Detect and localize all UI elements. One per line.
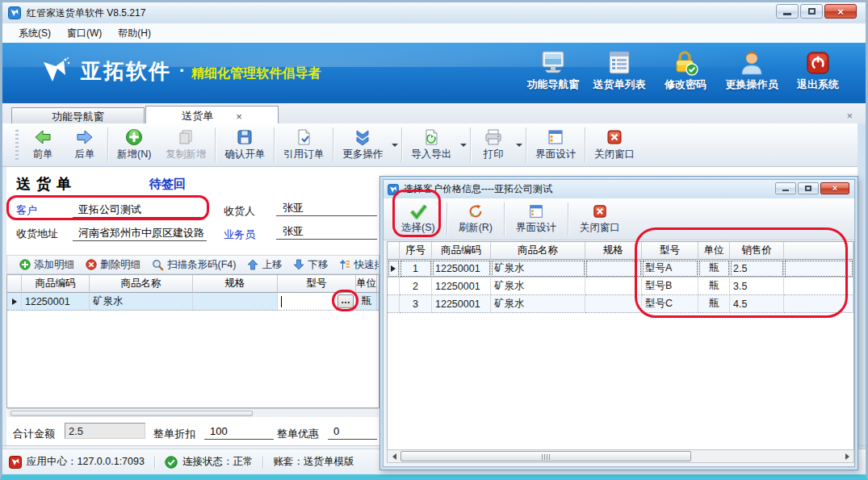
- menu-help[interactable]: 帮助(H): [110, 24, 159, 43]
- banner-action-nav[interactable]: 功能导航窗: [520, 48, 586, 98]
- more-actions-button[interactable]: 更多操作: [335, 127, 390, 163]
- banner-action-delivery-list[interactable]: 送货单列表: [586, 48, 652, 98]
- cell-model[interactable]: 型号B: [642, 278, 698, 295]
- reference-order-button[interactable]: 引用订单: [276, 123, 331, 166]
- column-header[interactable]: 商品编码: [432, 242, 491, 260]
- select-button[interactable]: 选择(S): [392, 198, 445, 240]
- menu-system[interactable]: 系统(S): [10, 24, 59, 43]
- cell-unit[interactable]: 瓶: [698, 295, 730, 313]
- column-header[interactable]: 规格: [585, 242, 642, 260]
- column-header[interactable]: 单位: [356, 275, 377, 293]
- column-header[interactable]: 商品名称: [491, 242, 585, 260]
- dialog-minimize-button[interactable]: [775, 182, 796, 194]
- banner-action-change-password[interactable]: 修改密码: [652, 48, 719, 98]
- cell-name[interactable]: 矿泉水: [90, 293, 193, 311]
- model-lookup-button[interactable]: …: [338, 294, 354, 308]
- column-header[interactable]: 销售价: [730, 242, 784, 260]
- new-button[interactable]: 新增(N): [110, 123, 158, 166]
- dialog-close-button[interactable]: ×: [820, 182, 849, 194]
- cell-seq[interactable]: 3: [400, 295, 432, 313]
- confirm-billing-button[interactable]: 确认开单: [217, 123, 272, 166]
- cell-unit[interactable]: 瓶: [356, 293, 377, 311]
- move-up-button[interactable]: 上移: [241, 258, 287, 272]
- refresh-button[interactable]: 刷新(R): [449, 198, 502, 240]
- import-export-dropdown-icon[interactable]: [460, 144, 467, 147]
- column-header[interactable]: 单位: [698, 242, 730, 260]
- cell-code[interactable]: 12250001: [432, 260, 491, 278]
- cell-spec[interactable]: [193, 293, 278, 311]
- more-actions-dropdown-icon[interactable]: [392, 144, 398, 147]
- delete-detail-button[interactable]: 删除明细: [80, 258, 146, 272]
- cell-spec[interactable]: [585, 260, 642, 278]
- cell-code[interactable]: 12250001: [22, 293, 90, 311]
- ui-design-button[interactable]: 界面设计: [506, 198, 566, 240]
- copy-new-button[interactable]: 复制新增: [158, 123, 213, 166]
- quick-sort-button[interactable]: 快速排序: [333, 258, 379, 272]
- maximize-button[interactable]: [800, 4, 823, 19]
- statusbar-separator: [262, 456, 263, 469]
- scan-barcode-button[interactable]: 扫描条形码(F4): [146, 258, 241, 272]
- scrollbar-thumb[interactable]: [10, 411, 253, 416]
- column-header[interactable]: 序号: [400, 242, 432, 260]
- cell-model[interactable]: 型号C: [642, 295, 698, 313]
- cell-model-editor[interactable]: …: [278, 293, 356, 311]
- cell-seq[interactable]: 1: [400, 260, 432, 278]
- cell-price[interactable]: 3.5: [730, 278, 784, 295]
- cell-spec[interactable]: [585, 295, 642, 313]
- detail-grid-hscrollbar[interactable]: [7, 408, 379, 417]
- menu-window[interactable]: 窗口(W): [59, 24, 110, 43]
- column-header[interactable]: 规格: [193, 275, 278, 293]
- detail-grid-row[interactable]: 12250001 矿泉水 … 瓶 1: [7, 293, 379, 311]
- cell-filler: [784, 295, 853, 313]
- print-dropdown-icon[interactable]: [516, 144, 522, 147]
- cell-model[interactable]: 型号A: [642, 260, 698, 278]
- scroll-right-icon[interactable]: [841, 450, 853, 462]
- cell-seq[interactable]: 2: [400, 278, 432, 295]
- close-window-button[interactable]: 关闭窗口: [587, 123, 642, 166]
- cell-name[interactable]: 矿泉水: [491, 295, 585, 313]
- price-row[interactable]: 1 12250001 矿泉水 型号A 瓶 2.5: [388, 260, 853, 278]
- toolbar-separator: [470, 127, 471, 162]
- prev-doc-button[interactable]: 前单: [22, 123, 64, 166]
- column-header[interactable]: 型号: [642, 242, 698, 260]
- price-row[interactable]: 2 12250001 矿泉水 型号B 瓶 3.5: [388, 278, 853, 295]
- close-window-button[interactable]: 关闭窗口: [570, 198, 630, 240]
- cell-code[interactable]: 12250001: [432, 295, 491, 313]
- cell-name[interactable]: 矿泉水: [491, 278, 585, 295]
- print-button[interactable]: 打印: [472, 127, 514, 163]
- brand-logo-icon: [39, 54, 73, 88]
- minimize-button[interactable]: [776, 4, 799, 19]
- user-icon: [739, 50, 765, 76]
- dialog-maximize-button[interactable]: [798, 182, 819, 194]
- next-doc-button[interactable]: 后单: [64, 123, 106, 166]
- connection-text: 连接状态：正常: [182, 455, 254, 469]
- detail-toolbar-label: 扫描条形码(F4): [167, 258, 236, 272]
- cell-unit[interactable]: 瓶: [698, 260, 730, 278]
- cell-spec[interactable]: [585, 278, 642, 295]
- add-detail-button[interactable]: 添加明细: [14, 258, 80, 272]
- tab-label: 送货单: [182, 109, 213, 123]
- column-header[interactable]: 商品编码: [22, 275, 90, 293]
- cell-code[interactable]: 12250001: [432, 278, 491, 295]
- column-header[interactable]: 型号: [278, 275, 356, 293]
- scroll-left-icon[interactable]: [388, 450, 400, 462]
- banner-action-switch-operator[interactable]: 更换操作员: [719, 48, 785, 98]
- row-indicator: [388, 260, 400, 278]
- cell-price[interactable]: 2.5: [730, 260, 784, 278]
- banner-action-exit[interactable]: 退出系统: [785, 48, 851, 98]
- cell-unit[interactable]: 瓶: [698, 278, 730, 295]
- close-button[interactable]: ×: [824, 4, 857, 19]
- tabstrip-close-icon[interactable]: ×: [846, 110, 853, 122]
- column-header[interactable]: 商品名称: [90, 275, 193, 293]
- offer-underline: [328, 424, 377, 440]
- import-export-button[interactable]: 导入导出: [404, 127, 459, 163]
- price-row[interactable]: 3 12250001 矿泉水 型号C 瓶 4.5: [388, 295, 853, 313]
- price-grid-hscrollbar[interactable]: [387, 449, 854, 463]
- cell-price[interactable]: 4.5: [730, 295, 784, 313]
- move-down-button[interactable]: 下移: [287, 258, 333, 272]
- tab-close-icon[interactable]: ×: [236, 111, 242, 123]
- cell-name[interactable]: 矿泉水: [491, 260, 585, 278]
- scrollbar-thumb[interactable]: [400, 451, 691, 461]
- close-red-icon: [593, 203, 607, 219]
- ui-design-button[interactable]: 界面设计: [528, 123, 583, 166]
